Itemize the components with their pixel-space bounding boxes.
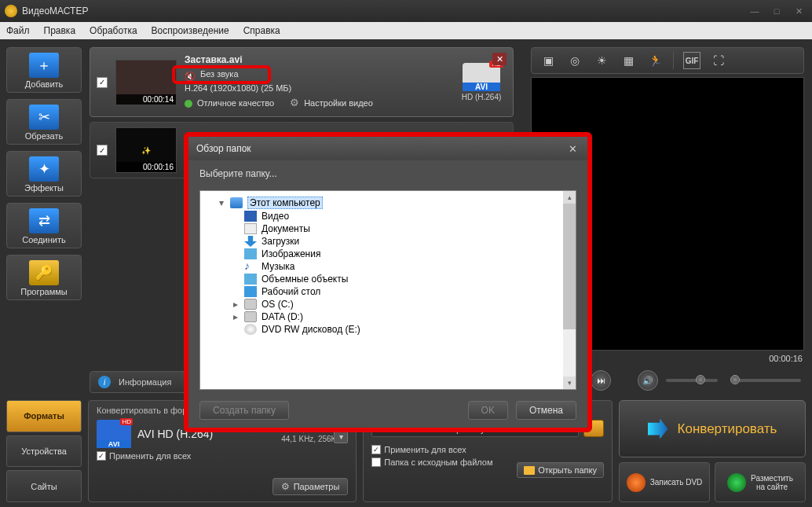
tree-item-label: DVD RW дисковод (E:) xyxy=(262,324,360,335)
expand-icon[interactable]: ▾ xyxy=(218,197,225,208)
duration-label: 00:00:14 xyxy=(116,94,176,105)
vid-icon xyxy=(244,211,257,222)
duration-label: 00:00:16 xyxy=(116,162,176,172)
dialog-prompt: Выберите папку... xyxy=(188,160,587,187)
rotate-icon[interactable]: ▦ xyxy=(620,52,637,69)
programs-button[interactable]: 🔑Программы xyxy=(6,255,82,300)
seek-slider[interactable] xyxy=(730,379,801,382)
close-button[interactable]: ✕ xyxy=(790,5,807,17)
publish-web-button[interactable]: Разместитьна сайте xyxy=(715,462,806,502)
tree-item[interactable]: ▸DATA (D:) xyxy=(203,310,572,323)
tree-item[interactable]: DVD RW дисковод (E:) xyxy=(203,323,572,336)
titlebar: ВидеоМАСТЕР — □ ✕ xyxy=(0,0,812,22)
effects-button[interactable]: ✦Эффекты xyxy=(6,151,82,197)
open-folder-button[interactable]: Открыть папку xyxy=(517,462,604,478)
dl-icon xyxy=(244,236,257,247)
app-title: ВидеоМАСТЕР xyxy=(22,6,88,17)
join-button[interactable]: ⇄Соединить xyxy=(6,203,82,248)
scroll-thumb[interactable] xyxy=(563,204,576,329)
remove-file-button[interactable]: ✕ xyxy=(492,53,507,65)
modal-highlight: Обзор папок ✕ Выберите папку... ▾Этот ко… xyxy=(184,132,592,432)
tab-formats[interactable]: Форматы xyxy=(6,400,82,432)
preview-toolbar: ▣ ◎ ☀ ▦ 🏃 GIF ⛶ xyxy=(531,47,804,74)
cut-button[interactable]: ✂Обрезать xyxy=(6,99,82,145)
dvd-icon xyxy=(244,324,257,335)
thumbnail[interactable]: 00:00:14 xyxy=(115,60,177,105)
menu-help[interactable]: Справка xyxy=(243,25,280,36)
gear-icon: ⚙ xyxy=(290,95,299,112)
volume-button[interactable]: 🔊 xyxy=(638,370,658,391)
tab-sites[interactable]: Сайты xyxy=(6,470,82,502)
menu-playback[interactable]: Воспроизведение xyxy=(152,25,229,36)
target-icon[interactable]: ◎ xyxy=(566,52,583,69)
tree-item[interactable]: ▾Этот компьютер xyxy=(203,196,572,210)
gif-button[interactable]: GIF xyxy=(683,52,700,69)
output-tabs: Форматы Устройства Сайты xyxy=(6,400,82,502)
file-item[interactable]: ✓ 00:00:14 Заставка.avi 🔇Без звука H.264… xyxy=(90,47,514,117)
cancel-button[interactable]: Отмена xyxy=(516,401,576,420)
folder-icon xyxy=(524,466,535,475)
mus-icon: ♪ xyxy=(244,261,257,272)
new-folder-button[interactable]: Создать папку xyxy=(199,401,289,420)
brightness-icon[interactable]: ☀ xyxy=(593,52,610,69)
desk-icon xyxy=(244,286,257,297)
thumbnail[interactable]: ✨00:00:16 xyxy=(115,127,177,173)
volume-slider[interactable] xyxy=(666,379,718,382)
ok-button[interactable]: OK xyxy=(468,401,508,420)
dialog-close-button[interactable]: ✕ xyxy=(565,141,580,156)
tree-item[interactable]: Видео xyxy=(203,210,572,222)
format-icon: HDAVI xyxy=(97,420,131,448)
tree-item[interactable]: ▸OS (C:) xyxy=(203,298,572,310)
parameters-button[interactable]: ⚙Параметры xyxy=(272,478,349,495)
minimize-button[interactable]: — xyxy=(746,5,763,17)
pc-icon xyxy=(230,197,243,208)
fullscreen-icon[interactable]: ⛶ xyxy=(710,52,727,69)
crop-icon[interactable]: ▣ xyxy=(540,52,557,69)
tree-item[interactable]: Загрузки xyxy=(203,235,572,248)
tree-item-label: DATA (D:) xyxy=(262,311,303,322)
scrollbar[interactable]: ▴ ▾ xyxy=(563,191,576,389)
app-icon xyxy=(5,5,17,17)
video-settings-link[interactable]: Настройки видео xyxy=(304,97,373,111)
burn-dvd-button[interactable]: Записать DVD xyxy=(619,462,710,502)
add-button[interactable]: ＋Добавить xyxy=(6,47,82,93)
menu-process[interactable]: Обработка xyxy=(90,25,137,36)
left-toolbar: ＋Добавить ✂Обрезать ✦Эффекты ⇄Соединить … xyxy=(6,47,82,300)
no-sound-label: Без звука xyxy=(200,68,239,82)
tree-item-label: Объемные объекты xyxy=(262,274,348,285)
action-buttons: Конвертировать Записать DVD Разместитьна… xyxy=(619,400,806,502)
source-folder-label: Папка с исходным файлом xyxy=(384,457,492,467)
tree-item[interactable]: Документы xyxy=(203,222,572,235)
tree-item[interactable]: ♪Музыка xyxy=(203,260,572,273)
tree-item[interactable]: Рабочий стол xyxy=(203,285,572,298)
browse-folders-dialog: Обзор папок ✕ Выберите папку... ▾Этот ко… xyxy=(188,137,587,428)
menu-edit[interactable]: Правка xyxy=(44,25,76,36)
folder-tree[interactable]: ▾Этот компьютерВидеоДокументыЗагрузкиИзо… xyxy=(199,190,576,390)
info-icon: i xyxy=(98,376,111,388)
scroll-up-button[interactable]: ▴ xyxy=(563,191,576,204)
info-label[interactable]: Информация xyxy=(119,377,171,387)
menu-file[interactable]: Файл xyxy=(6,25,30,36)
convert-button[interactable]: Конвертировать xyxy=(619,400,806,457)
format-badge[interactable]: HDAVI HD (H.264) xyxy=(456,63,507,101)
tree-item-label: Загрузки xyxy=(262,236,299,247)
tree-item[interactable]: Объемные объекты xyxy=(203,273,572,285)
apply-all-folder-checkbox[interactable]: ✓ xyxy=(371,445,381,454)
expand-icon[interactable]: ▸ xyxy=(232,299,240,310)
file-name: Заставка.avi xyxy=(185,53,448,68)
next-button[interactable]: ⏭ xyxy=(591,370,611,391)
scroll-down-button[interactable]: ▾ xyxy=(563,377,576,389)
tree-item-label: Документы xyxy=(262,223,310,234)
source-folder-checkbox[interactable] xyxy=(371,457,381,467)
file-checkbox[interactable]: ✓ xyxy=(97,145,108,156)
file-checkbox[interactable]: ✓ xyxy=(97,77,108,88)
tab-devices[interactable]: Устройства xyxy=(6,435,82,468)
maximize-button[interactable]: □ xyxy=(768,5,785,17)
doc-icon xyxy=(244,223,257,234)
dialog-title: Обзор папок xyxy=(196,143,251,154)
tree-item[interactable]: Изображения xyxy=(203,248,572,260)
speed-icon[interactable]: 🏃 xyxy=(646,52,664,69)
codec-label: H.264 (1920x1080) (25 МБ) xyxy=(185,82,448,96)
expand-icon[interactable]: ▸ xyxy=(232,311,240,322)
apply-all-checkbox[interactable]: ✓ xyxy=(97,451,106,461)
